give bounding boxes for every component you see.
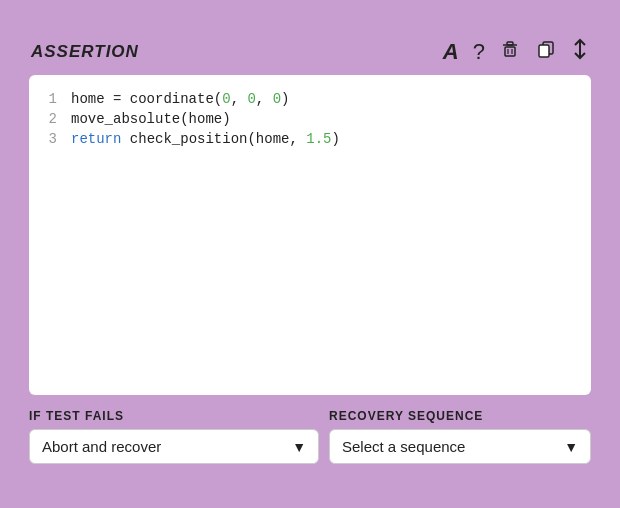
svg-rect-2 [507, 42, 513, 45]
line-number-1: 1 [29, 91, 71, 107]
header-icons: A ? [443, 38, 589, 65]
card-title: ASSERTION [31, 42, 139, 62]
code-editor: 1 home = coordinate(0, 0, 0) 2 move_abso… [29, 75, 591, 395]
if-test-fails-label: IF TEST FAILS [29, 409, 329, 423]
if-test-fails-select[interactable]: Abort and recover ▼ [29, 429, 319, 464]
code-line-2: 2 move_absolute(home) [29, 109, 591, 129]
footer-labels: IF TEST FAILS RECOVERY SEQUENCE [29, 409, 591, 423]
code-line-3: 3 return check_position(home, 1.5) [29, 129, 591, 149]
code-content-3: return check_position(home, 1.5) [71, 131, 340, 147]
line-number-2: 2 [29, 111, 71, 127]
card-header: ASSERTION A ? [15, 28, 605, 75]
footer: IF TEST FAILS RECOVERY SEQUENCE Abort an… [15, 395, 605, 480]
line-number-3: 3 [29, 131, 71, 147]
svg-rect-6 [539, 45, 549, 57]
svg-rect-0 [505, 47, 515, 56]
trash-icon[interactable] [499, 38, 521, 65]
recovery-sequence-label: RECOVERY SEQUENCE [329, 409, 591, 423]
recovery-sequence-select[interactable]: Select a sequence ▼ [329, 429, 591, 464]
chevron-down-icon-left: ▼ [292, 439, 306, 455]
code-content-1: home = coordinate(0, 0, 0) [71, 91, 289, 107]
chevron-down-icon-right: ▼ [564, 439, 578, 455]
recovery-sequence-value: Select a sequence [342, 438, 556, 455]
font-icon[interactable]: A [443, 39, 459, 65]
sort-icon[interactable] [571, 38, 589, 65]
code-content-2: move_absolute(home) [71, 111, 231, 127]
assertion-card: ASSERTION A ? [15, 28, 605, 480]
code-line-1: 1 home = coordinate(0, 0, 0) [29, 89, 591, 109]
copy-icon[interactable] [535, 38, 557, 65]
help-icon[interactable]: ? [473, 39, 485, 65]
footer-selects: Abort and recover ▼ Select a sequence ▼ [29, 429, 591, 464]
if-test-fails-value: Abort and recover [42, 438, 284, 455]
